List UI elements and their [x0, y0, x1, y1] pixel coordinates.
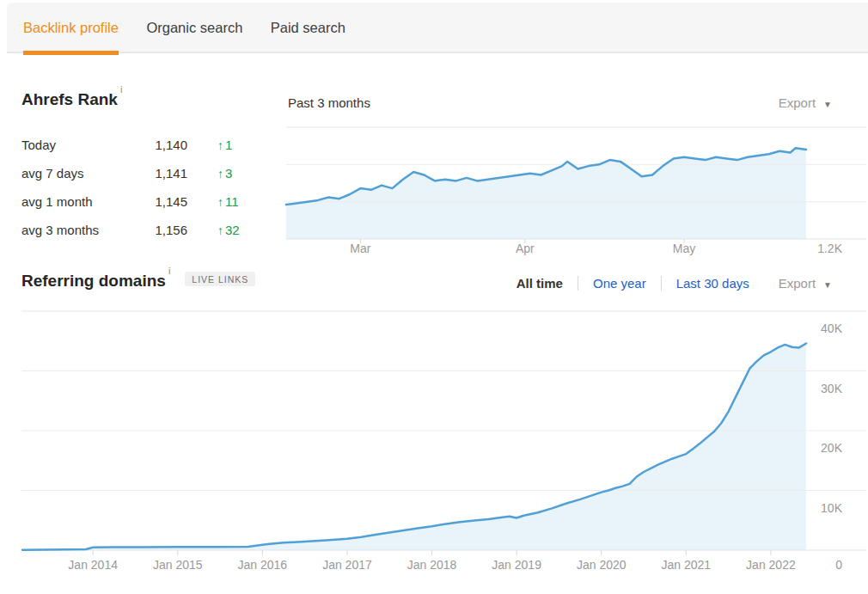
x-axis-label: Jan 2018	[407, 558, 457, 572]
x-axis-label: Jan 2015	[153, 558, 203, 572]
y-axis-label: 0	[835, 558, 842, 572]
x-axis-label: Jan 2022	[746, 558, 796, 572]
x-axis-label: Jan 2021	[662, 558, 712, 572]
x-axis-label: Jan 2017	[322, 558, 372, 572]
y-axis-label: 20K	[821, 441, 843, 455]
x-axis-label: Jan 2014	[68, 558, 118, 572]
site-explorer-overview-panel: Backlink profile Organic search Paid sea…	[0, 0, 868, 594]
y-axis-label: 40K	[821, 321, 843, 335]
y-axis-label: 30K	[821, 382, 843, 395]
x-axis-label: Jan 2019	[492, 558, 541, 572]
domains-area-fill	[22, 344, 806, 551]
y-axis-label: 10K	[821, 501, 843, 515]
referring-domains-chart[interactable]: 40K30K20K10K0Jan 2014Jan 2015Jan 2016Jan…	[0, 0, 868, 594]
x-axis-label: Jan 2020	[577, 558, 627, 572]
x-axis-label: Jan 2016	[238, 558, 288, 572]
